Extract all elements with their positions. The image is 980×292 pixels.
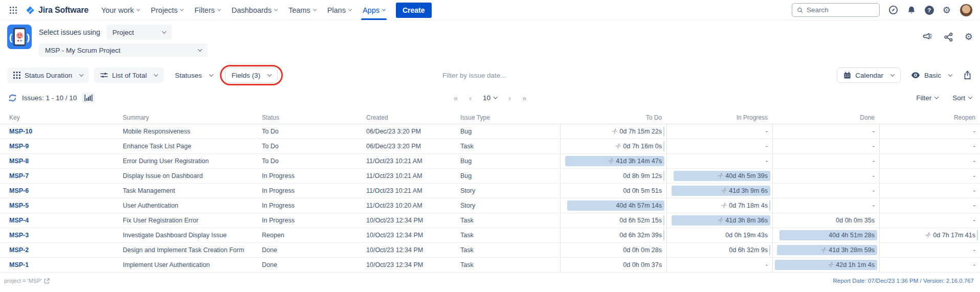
nav-item-dashboards[interactable]: Dashboards bbox=[226, 0, 283, 20]
report-header: ( ) Select issues using Project MSP - My… bbox=[0, 25, 980, 57]
table-row[interactable]: MSP-1 Implement User Authentication Done… bbox=[0, 258, 980, 273]
user-avatar[interactable] bbox=[960, 4, 973, 17]
nav-item-projects[interactable]: Projects bbox=[145, 0, 189, 20]
issue-key-link[interactable]: MSP-8 bbox=[9, 158, 29, 165]
last-page-button[interactable]: » bbox=[522, 94, 526, 102]
logo-wordmark: Jira Software bbox=[38, 6, 88, 15]
nav-item-apps[interactable]: Apps bbox=[357, 0, 391, 20]
duration-todo-cell: 0d 0h 5m 51s bbox=[560, 184, 666, 198]
duration-bar bbox=[977, 230, 978, 240]
table-row[interactable]: MSP-10 Mobile Responsiveness To Do 06/De… bbox=[0, 124, 980, 139]
jql-query-link[interactable]: project = 'MSP' bbox=[4, 278, 50, 284]
jira-logo[interactable]: Jira Software bbox=[26, 6, 88, 15]
runner-icon bbox=[717, 217, 723, 223]
table-row[interactable]: MSP-4 Fix User Registration Error In Pro… bbox=[0, 213, 980, 228]
top-navigation: Jira Software Your workProjectsFiltersDa… bbox=[0, 0, 980, 20]
chevron-down-icon bbox=[382, 8, 386, 11]
table-row[interactable]: MSP-7 Display Issue on Dashboard In Prog… bbox=[0, 169, 980, 184]
issue-key-link[interactable]: MSP-4 bbox=[9, 217, 29, 224]
refresh-button[interactable] bbox=[8, 94, 17, 102]
statuses-dropdown[interactable]: Statuses bbox=[169, 68, 219, 83]
duration-reopen-cell: - bbox=[879, 213, 980, 228]
nav-item-label: Teams bbox=[288, 6, 310, 14]
eye-icon bbox=[911, 71, 920, 79]
issue-key-link[interactable]: MSP-6 bbox=[9, 187, 29, 194]
filter-dropdown[interactable]: Filter bbox=[916, 94, 938, 102]
duration-inprogress-cell: - bbox=[666, 124, 772, 139]
runner-icon bbox=[721, 203, 727, 209]
issue-summary: Mobile Responsiveness bbox=[123, 128, 262, 135]
nav-item-plans[interactable]: Plans bbox=[322, 0, 357, 20]
table-row[interactable]: MSP-6 Task Management In Progress 11/Oct… bbox=[0, 184, 980, 198]
issue-status: To Do bbox=[262, 128, 366, 135]
list-mode-dropdown[interactable]: List of Total bbox=[94, 68, 164, 83]
search-input[interactable] bbox=[807, 6, 875, 14]
issue-summary: Implement User Authentication bbox=[123, 261, 262, 268]
export-button[interactable] bbox=[962, 70, 973, 81]
nav-item-filters[interactable]: Filters bbox=[189, 0, 226, 20]
duration-todo-cell: 0d 8h 9m 12s bbox=[560, 169, 666, 183]
issue-date-filter-input[interactable] bbox=[442, 72, 570, 79]
share-icon[interactable] bbox=[944, 32, 953, 42]
sort-dropdown[interactable]: Sort bbox=[952, 94, 972, 102]
chevron-down-icon bbox=[162, 29, 166, 33]
view-type-dropdown[interactable]: Status Duration bbox=[7, 68, 89, 83]
issue-summary: Display Issue on Dashboard bbox=[123, 172, 262, 179]
settings-gear-icon[interactable]: ⚙ bbox=[943, 6, 951, 15]
nav-item-teams[interactable]: Teams bbox=[283, 0, 322, 20]
table-row[interactable]: MSP-5 User Authentication In Progress 11… bbox=[0, 198, 980, 213]
issue-created: 10/Oct/23 12:34 PM bbox=[366, 217, 460, 224]
fields-dropdown[interactable]: Fields (3) bbox=[225, 68, 278, 83]
table-row[interactable]: MSP-3 Investigate Dashboard Display Issu… bbox=[0, 228, 980, 243]
chevron-down-icon bbox=[217, 8, 221, 11]
runner-icon bbox=[820, 247, 827, 253]
project-select[interactable]: MSP - My Scrum Project bbox=[39, 43, 208, 57]
duration-inprogress-cell: 41d 3h 9m 6s bbox=[666, 184, 772, 198]
issue-source-select[interactable]: Project bbox=[106, 25, 172, 40]
issue-type: Story bbox=[460, 202, 560, 209]
report-footer: project = 'MSP' Report Date: 07/Dec/23 1… bbox=[0, 273, 980, 284]
issue-type: Bug bbox=[460, 128, 560, 135]
runner-icon bbox=[721, 188, 727, 194]
first-page-button[interactable]: « bbox=[454, 94, 458, 102]
column-header-issue-type: Issue Type bbox=[460, 114, 560, 121]
column-header-summary: Summary bbox=[123, 114, 262, 121]
issue-key-link[interactable]: MSP-2 bbox=[9, 246, 29, 254]
duration-done-cell: 41d 3h 28m 59s bbox=[772, 243, 879, 257]
prev-page-button[interactable]: ‹ bbox=[469, 94, 472, 102]
duration-inprogress-cell: - bbox=[666, 258, 772, 272]
discover-compass-icon[interactable] bbox=[888, 5, 898, 15]
issue-key-link[interactable]: MSP-5 bbox=[9, 202, 29, 209]
nav-item-your-work[interactable]: Your work bbox=[96, 0, 145, 20]
issue-key-link[interactable]: MSP-9 bbox=[9, 143, 29, 150]
issue-key-link[interactable]: MSP-7 bbox=[9, 172, 29, 179]
next-page-button[interactable]: › bbox=[508, 94, 511, 102]
detail-level-dropdown[interactable]: Basic bbox=[909, 68, 954, 83]
chevron-down-icon bbox=[209, 72, 213, 76]
notifications-bell-icon[interactable] bbox=[907, 6, 916, 15]
duration-reopen-cell: - bbox=[879, 169, 980, 183]
chevron-down-icon bbox=[313, 8, 317, 11]
table-row[interactable]: MSP-8 Error During User Registration To … bbox=[0, 154, 980, 169]
create-button[interactable]: Create bbox=[396, 3, 432, 18]
table-row[interactable]: MSP-2 Design and Implement Task Creation… bbox=[0, 243, 980, 258]
runner-icon bbox=[608, 158, 614, 164]
search-box[interactable] bbox=[792, 3, 880, 17]
table-row[interactable]: MSP-9 Enhance Task List Page To Do 06/De… bbox=[0, 139, 980, 154]
feedback-megaphone-icon[interactable] bbox=[922, 32, 932, 42]
runner-icon bbox=[925, 232, 931, 238]
duration-reopen-cell: - bbox=[879, 198, 980, 213]
refresh-icon bbox=[8, 94, 17, 102]
page-size-select[interactable]: 10 bbox=[483, 94, 497, 102]
chart-view-button[interactable] bbox=[82, 93, 95, 103]
duration-bar bbox=[663, 141, 664, 151]
duration-bar bbox=[769, 200, 770, 211]
help-icon[interactable]: ? bbox=[925, 6, 934, 15]
app-switcher-icon[interactable] bbox=[7, 4, 19, 16]
duration-inprogress-cell: - bbox=[666, 154, 772, 168]
issue-key-link[interactable]: MSP-10 bbox=[9, 128, 32, 135]
report-settings-gear-icon[interactable]: ⚙ bbox=[965, 32, 973, 41]
issue-key-link[interactable]: MSP-3 bbox=[9, 232, 29, 239]
issue-key-link[interactable]: MSP-1 bbox=[9, 261, 29, 268]
calendar-dropdown[interactable]: Calendar bbox=[837, 68, 901, 83]
